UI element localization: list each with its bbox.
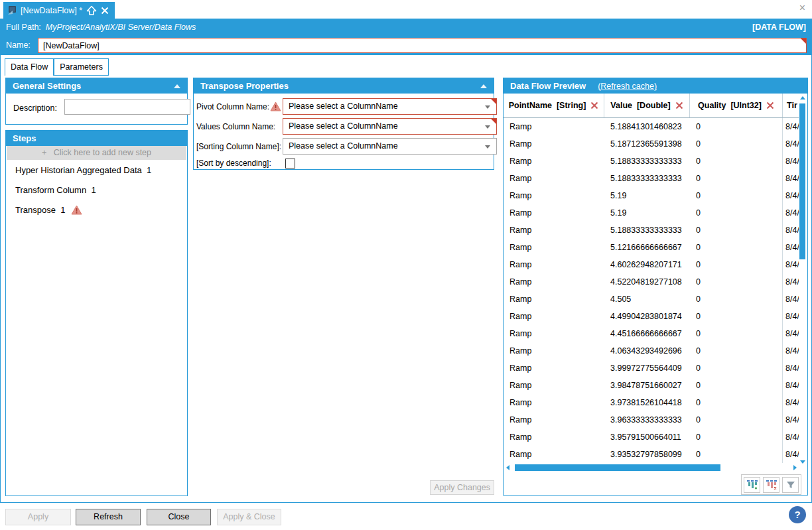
steps-title: Steps	[13, 133, 36, 143]
column-header-label: PointName [String]	[509, 101, 586, 110]
table-cell: Ramp	[504, 222, 604, 239]
table-cell: 8/4/	[783, 411, 799, 429]
transpose-properties-header[interactable]: Transpose Properties	[194, 78, 494, 94]
table-cell: 8/4/	[783, 360, 799, 377]
column-name-dropdown[interactable]: Please select a ColumnName	[283, 98, 497, 115]
table-cell: 0	[690, 429, 783, 446]
table-row[interactable]: Ramp4.50508/4/	[504, 291, 799, 308]
table-cell: 8/4/	[783, 153, 799, 170]
table-row[interactable]: Ramp4.5220481927710808/4/	[504, 273, 799, 291]
column-header-label: Quality [UInt32]	[698, 101, 762, 110]
add-column-button[interactable]	[744, 477, 760, 493]
table-row[interactable]: Ramp3.9579150066401108/4/	[504, 429, 799, 446]
table-row[interactable]: Ramp5.1871236559139808/4/	[504, 135, 799, 153]
scroll-up-icon[interactable]	[800, 96, 805, 99]
column-name-dropdown[interactable]: Please select a ColumnName	[283, 118, 497, 135]
table-cell: 0	[690, 135, 783, 153]
general-settings-header[interactable]: General Settings	[6, 78, 187, 94]
transpose-properties-title: Transpose Properties	[200, 81, 289, 91]
table-row[interactable]: Ramp5.1908/4/	[504, 187, 799, 204]
table-row[interactable]: Ramp3.9353279785809908/4/	[504, 446, 799, 463]
dropdown-value: Please select a ColumnName	[289, 101, 398, 111]
collapse-arrow-icon[interactable]	[480, 84, 487, 88]
document-tab[interactable]: [NewDataFlow] *	[3, 2, 115, 19]
horizontal-scrollbar[interactable]	[505, 464, 798, 472]
table-cell: 5.19	[604, 204, 690, 222]
add-step-button[interactable]: + Click here to add new step	[7, 146, 186, 160]
table-row[interactable]: Ramp3.9847875166002708/4/	[504, 377, 799, 394]
remove-column-x-icon[interactable]	[766, 101, 774, 109]
table-cell: 0	[690, 308, 783, 325]
table-row[interactable]: Ramp4.6026294820717108/4/	[504, 256, 799, 273]
dataflow-doc-icon	[7, 5, 17, 15]
table-row[interactable]: Ramp3.9633333333333308/4/	[504, 411, 799, 429]
table-cell: Ramp	[504, 360, 604, 377]
table-row[interactable]: Ramp4.0634329349269608/4/	[504, 342, 799, 360]
tab-close-icon[interactable]	[101, 7, 109, 15]
name-input[interactable]	[38, 38, 807, 53]
table-row[interactable]: Ramp5.1908/4/	[504, 204, 799, 222]
tab-parameters[interactable]: Parameters	[54, 58, 109, 76]
table-row[interactable]: Ramp5.1883333333333308/4/	[504, 170, 799, 187]
remove-column-button[interactable]	[763, 477, 779, 493]
transpose-properties-panel: Transpose Properties Pivot Column Name:P…	[193, 78, 494, 170]
sort-descending-checkbox[interactable]	[285, 159, 295, 168]
help-button[interactable]: ?	[789, 506, 806, 523]
table-cell: 8/4/	[783, 308, 799, 325]
table-cell: 0	[690, 187, 783, 204]
scroll-down-icon[interactable]	[800, 460, 805, 464]
step-item[interactable]: Transpose 1	[6, 200, 187, 220]
full-path-label: Full Path:	[6, 23, 41, 32]
chevron-down-icon	[485, 145, 490, 149]
column-header[interactable]: Quality [UInt32]	[690, 94, 783, 117]
refresh-button[interactable]: Refresh	[76, 509, 141, 525]
table-cell: Ramp	[504, 273, 604, 291]
column-name-dropdown[interactable]: Please select a ColumnName	[283, 138, 497, 155]
table-row[interactable]: Ramp4.4990428380187408/4/	[504, 308, 799, 325]
chevron-down-icon	[485, 125, 490, 129]
table-cell: 3.96333333333333	[604, 411, 690, 429]
table-cell: 5.18833333333333	[604, 222, 690, 239]
step-item[interactable]: Hyper Historian Aggregated Data 1	[6, 160, 187, 180]
table-row[interactable]: Ramp5.1883333333333308/4/	[504, 222, 799, 239]
table-row[interactable]: Ramp5.1883333333333308/4/	[504, 153, 799, 170]
table-cell: 5.12166666666667	[604, 239, 690, 256]
scroll-right-icon[interactable]	[793, 465, 797, 470]
apply-close-button[interactable]: Apply & Close	[217, 509, 281, 525]
table-cell: 0	[690, 170, 783, 187]
table-row[interactable]: Ramp5.1884130146082308/4/	[504, 118, 799, 135]
vertical-scrollbar[interactable]	[799, 94, 807, 466]
table-row[interactable]: Ramp4.4516666666666708/4/	[504, 325, 799, 342]
filter-button[interactable]	[782, 477, 799, 493]
step-item[interactable]: Transform Column 1	[6, 180, 187, 200]
apply-changes-button[interactable]: Apply Changes	[430, 480, 494, 495]
vertical-scrollbar-thumb[interactable]	[799, 103, 805, 259]
table-cell: 5.18841301460823	[604, 118, 690, 135]
promote-up-icon[interactable]	[86, 5, 97, 16]
scroll-left-icon[interactable]	[506, 465, 509, 470]
table-cell: 5.18712365591398	[604, 135, 690, 153]
warning-icon	[71, 205, 82, 215]
table-row[interactable]: Ramp5.1216666666666708/4/	[504, 239, 799, 256]
document-tab-title: [NewDataFlow] *	[21, 6, 82, 15]
table-cell: 3.99972775564409	[604, 360, 690, 377]
horizontal-scrollbar-thumb[interactable]	[515, 464, 720, 471]
remove-column-x-icon[interactable]	[590, 101, 598, 109]
table-cell: 8/4/	[783, 377, 799, 394]
column-header[interactable]: PointName [String]	[504, 94, 604, 117]
table-cell: Ramp	[504, 239, 604, 256]
table-row[interactable]: Ramp3.9997277556440908/4/	[504, 360, 799, 377]
table-cell: 0	[690, 153, 783, 170]
table-cell: 3.93532797858099	[604, 446, 690, 463]
tab-data-flow[interactable]: Data Flow	[5, 58, 54, 76]
apply-button[interactable]: Apply	[5, 509, 71, 525]
column-header[interactable]: Value [Double]	[604, 94, 690, 117]
refresh-cache-link[interactable]: (Refresh cache)	[598, 82, 657, 91]
collapse-arrow-icon[interactable]	[174, 84, 180, 88]
window-close-icon[interactable]: ×	[799, 2, 805, 14]
remove-column-x-icon[interactable]	[675, 101, 683, 109]
close-button[interactable]: Close	[147, 509, 211, 525]
description-input[interactable]	[64, 99, 190, 115]
column-header[interactable]: Tir	[783, 94, 799, 117]
table-row[interactable]: Ramp3.9738152610441808/4/	[504, 394, 799, 411]
